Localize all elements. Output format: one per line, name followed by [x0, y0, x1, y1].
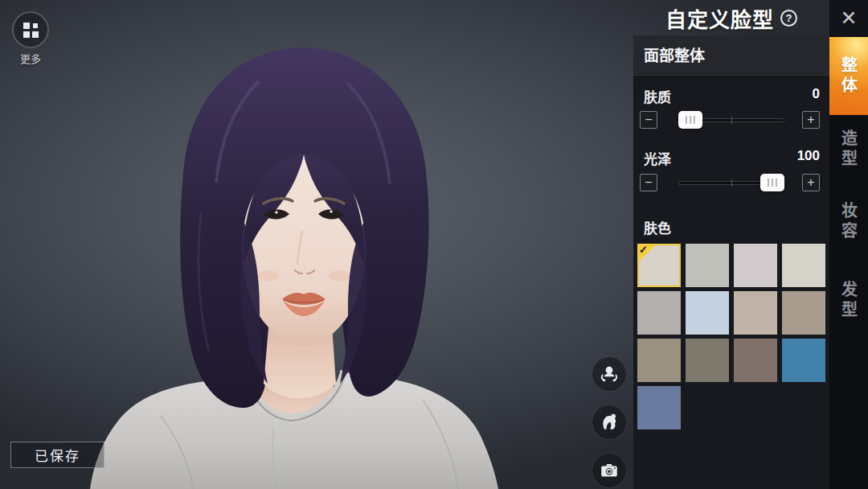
grid-apps-icon — [23, 23, 39, 38]
skin-texture-label: 肤质 — [644, 86, 671, 106]
skin-color-swatch[interactable] — [637, 291, 681, 335]
skin-color-swatch[interactable] — [782, 291, 825, 335]
hairstyle-icon — [599, 412, 620, 433]
skin-color-swatch[interactable] — [734, 291, 777, 335]
skin-texture-handle[interactable] — [678, 111, 702, 129]
skin-color-swatch[interactable]: ✓ — [637, 244, 681, 287]
gloss-increase-button[interactable]: + — [802, 174, 820, 191]
character-customization-screen: 更多 自定义脸型 ? 面部整体 肤质 0 − + 光泽 100 − — [0, 0, 868, 489]
rotate-character-button[interactable] — [592, 356, 627, 392]
gloss-handle[interactable] — [760, 174, 784, 191]
skin-color-swatch[interactable] — [782, 339, 825, 382]
skin-color-swatch[interactable] — [686, 291, 729, 335]
skin-color-swatch[interactable] — [734, 244, 777, 287]
tab-makeup[interactable]: 妆容 — [829, 201, 868, 243]
tab-overall[interactable]: 整体 — [829, 37, 868, 115]
hairstyle-button[interactable] — [592, 405, 627, 440]
skin-color-grid: ✓ — [637, 244, 825, 429]
more-button[interactable]: 更多 — [10, 11, 51, 66]
skin-color-label: 肤色 — [644, 217, 671, 237]
skin-color-swatch[interactable] — [686, 244, 729, 287]
gloss-label: 光泽 — [644, 148, 671, 168]
selected-check-icon: ✓ — [637, 244, 657, 263]
saved-button[interactable]: 已保存 — [10, 442, 104, 468]
gloss-decrease-button[interactable]: − — [640, 174, 657, 191]
camera-button[interactable] — [592, 453, 627, 488]
rotate-character-icon — [599, 364, 620, 384]
skin-color-swatch[interactable] — [686, 339, 729, 382]
saved-button-label: 已保存 — [35, 445, 80, 465]
skin-texture-increase-button[interactable]: + — [802, 111, 820, 129]
skin-color-swatch[interactable] — [637, 339, 681, 382]
page-title: 自定义脸型 — [665, 3, 774, 33]
skin-texture-slider: − + — [633, 109, 829, 130]
tab-hairstyle[interactable]: 发型 — [829, 280, 868, 322]
title-bar: 自定义脸型 ? — [633, 0, 829, 35]
tab-styling[interactable]: 造型 — [829, 129, 868, 171]
skin-color-swatch[interactable] — [734, 339, 777, 382]
gloss-slider: − + — [633, 172, 829, 193]
close-icon[interactable]: ✕ — [829, 0, 868, 36]
gloss-value: 100 — [797, 148, 820, 164]
skin-texture-value: 0 — [813, 86, 820, 102]
character-model[interactable] — [72, 36, 555, 489]
more-button-label: 更多 — [10, 51, 51, 66]
panel-header: 面部整体 — [633, 35, 829, 77]
face-settings-panel: 面部整体 肤质 0 − + 光泽 100 − + 肤色 ✓ — [633, 35, 829, 489]
skin-color-swatch[interactable] — [637, 386, 681, 429]
skin-color-swatch[interactable] — [782, 244, 825, 287]
category-tab-column: ✕ 整体 造型 妆容 发型 — [829, 0, 868, 489]
panel-header-label: 面部整体 — [644, 35, 705, 77]
skin-texture-decrease-button[interactable]: − — [640, 111, 657, 129]
camera-icon — [599, 460, 620, 481]
help-icon[interactable]: ? — [780, 10, 797, 27]
